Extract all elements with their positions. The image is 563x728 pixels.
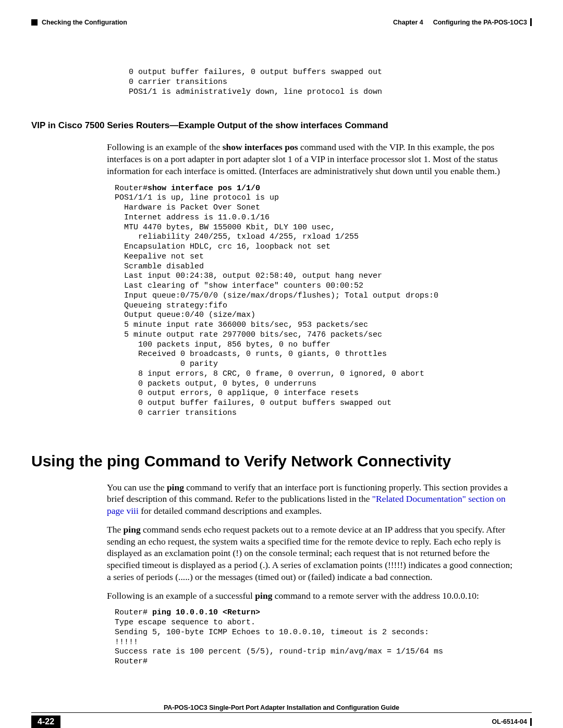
bold-command: ping [124,524,141,535]
text: command to a remote server with the addr… [272,590,479,601]
command-bold: ping 10.0.0.10 <Return> [152,608,260,617]
header-bar-icon [530,18,532,26]
chapter-title: Configuring the PA-POS-1OC3 [433,19,527,26]
text: Following is an example of the [107,142,223,152]
text: for detailed command descriptions and ex… [139,505,322,516]
header-left: Checking the Configuration [31,18,127,26]
command-bold: show interface pos 1/1/0 [148,184,260,193]
page-header: Checking the Configuration Chapter 4 Con… [31,18,532,26]
paragraph: Following is an example of a successful … [107,590,516,602]
chapter-label: Chapter 4 [393,19,423,26]
paragraph: The ping command sends echo request pack… [107,524,516,583]
section-breadcrumb: Checking the Configuration [42,19,127,26]
header-right: Chapter 4 Configuring the PA-POS-1OC3 [393,18,532,26]
header-marker-icon [31,19,38,26]
command-output: Type escape sequence to abort. Sending 5… [115,618,443,666]
paragraph: Following is an example of the show inte… [107,141,516,177]
main-heading: Using the ping Command to Verify Network… [31,452,532,470]
doc-ol-number: OL-6514-04 [492,718,532,726]
code-output-1: 0 output buffer failures, 0 output buffe… [115,68,532,97]
section-heading: VIP in Cisco 7500 Series Routers—Example… [31,120,532,131]
prompt: Router# [115,184,148,193]
page-number: 4-22 [31,715,60,728]
bold-command: show interfaces pos [223,142,298,152]
bold-command: ping [167,482,184,492]
prompt: Router# [115,608,152,617]
code-block-ping: Router# ping 10.0.0.10 <Return> Type esc… [115,608,532,667]
ol-text: OL-6514-04 [492,718,527,725]
command-output: POS1/1/1 is up, line protocol is up Hard… [115,193,438,417]
footer-doc-title: PA-POS-1OC3 Single-Port Port Adapter Ins… [31,704,532,713]
text: You can use the [107,482,167,492]
document-page: Checking the Configuration Chapter 4 Con… [0,0,563,728]
footer-row: 4-22 OL-6514-04 [31,715,532,728]
footer-bar-icon [530,718,532,726]
text: command sends echo request packets out t… [107,524,512,582]
paragraph: You can use the ping command to verify t… [107,482,516,517]
page-footer: PA-POS-1OC3 Single-Port Port Adapter Ins… [31,704,532,728]
text: Following is an example of a successful [107,590,255,601]
text: The [107,524,124,535]
code-block-vip: Router#show interface pos 1/1/0 POS1/1/1… [115,184,532,418]
bold-command: ping [255,590,272,601]
